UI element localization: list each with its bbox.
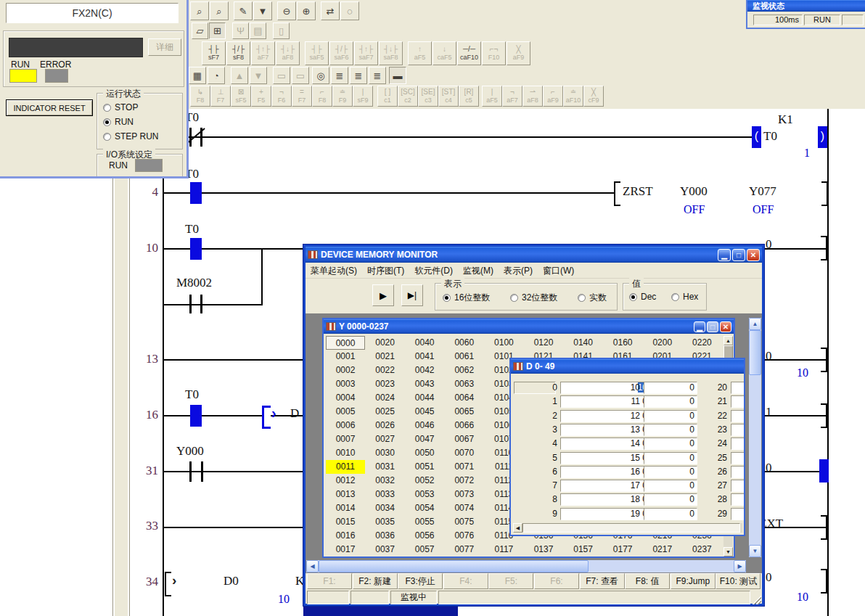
mdi-vscrollbar[interactable]: ▲ ▼ bbox=[749, 318, 761, 557]
y-device-cell[interactable]: 0200 bbox=[643, 336, 682, 350]
scroll-left-icon[interactable]: ◀ bbox=[513, 523, 522, 533]
scroll-up-icon[interactable]: ▲ bbox=[749, 318, 761, 330]
y-device-cell[interactable]: 0043 bbox=[405, 377, 444, 391]
y-device-cell[interactable]: 0052 bbox=[405, 474, 444, 488]
y-device-cell[interactable]: 0026 bbox=[366, 419, 405, 432]
instruction-operand[interactable]: Y077 bbox=[749, 184, 776, 199]
fkey-f2[interactable]: F2: 新建 bbox=[353, 573, 398, 589]
y-device-cell[interactable]: 0060 bbox=[445, 336, 484, 350]
d-value-field[interactable] bbox=[731, 493, 745, 506]
instruction-operand[interactable]: Y000 bbox=[680, 184, 708, 199]
y-device-cell[interactable]: 0050 bbox=[405, 446, 444, 460]
y-device-cell[interactable]: 0024 bbox=[366, 391, 405, 405]
d-value-field[interactable] bbox=[731, 395, 745, 408]
y-device-cell[interactable]: 0003 bbox=[326, 377, 365, 391]
dmm-menu-item-0[interactable]: 菜单起动(S) bbox=[306, 263, 362, 279]
y-device-cell[interactable]: 0037 bbox=[366, 543, 405, 557]
device-find-icon[interactable]: ◎ bbox=[312, 67, 329, 84]
d-value-field[interactable]: 0 bbox=[644, 480, 697, 492]
dmm-menu-item-5[interactable]: 窗口(W) bbox=[538, 263, 579, 279]
y-device-cell[interactable]: 0064 bbox=[445, 391, 484, 405]
y-device-cell[interactable]: 0002 bbox=[326, 364, 365, 377]
y-device-cell[interactable]: 0046 bbox=[405, 419, 444, 432]
y-device-cell[interactable]: 0217 bbox=[643, 543, 682, 557]
y-window-titlebar[interactable]: Y 0000-0237 ▁ □ ✕ bbox=[324, 319, 734, 334]
y-device-cell[interactable]: 0077 bbox=[445, 543, 484, 557]
radio-real[interactable]: 实数 bbox=[578, 292, 607, 304]
program-check-icon[interactable]: ◌ bbox=[340, 1, 359, 20]
y-device-cell[interactable]: 0000 bbox=[326, 336, 365, 350]
y-device-cell[interactable]: 0055 bbox=[405, 515, 444, 529]
coil-open-bracket[interactable]: ( bbox=[752, 126, 761, 148]
y-device-cell[interactable]: 0016 bbox=[326, 529, 365, 543]
y-device-cell[interactable]: 0036 bbox=[366, 529, 405, 543]
y-maximize-button[interactable]: □ bbox=[707, 321, 718, 332]
y-device-cell[interactable]: 0072 bbox=[445, 474, 484, 488]
taskbar-fragment[interactable] bbox=[303, 607, 458, 616]
d-window-hscrollbar[interactable]: ◀ bbox=[513, 523, 742, 533]
scroll-track[interactable] bbox=[522, 523, 740, 533]
zoom-out-icon[interactable]: ⊖ bbox=[277, 1, 296, 20]
scroll-left-icon[interactable]: ◀ bbox=[306, 560, 319, 572]
dmm-menu-item-3[interactable]: 监视(M) bbox=[458, 263, 499, 279]
radio-stop[interactable]: STOP bbox=[103, 102, 138, 112]
y-device-cell[interactable]: 0004 bbox=[326, 391, 365, 405]
radio-dec[interactable]: Dec bbox=[629, 292, 656, 302]
ladder-monitor-icon[interactable]: ▦ bbox=[189, 67, 206, 84]
fkey-f10[interactable]: F10: 测试 bbox=[716, 573, 761, 589]
open-contact[interactable] bbox=[189, 295, 192, 313]
y-device-cell[interactable]: 0005 bbox=[326, 405, 365, 419]
coil-close-bracket[interactable]: ) bbox=[818, 126, 827, 148]
radio-32bit[interactable]: 32位整数 bbox=[510, 292, 557, 304]
scroll-right-icon[interactable]: ▶ bbox=[734, 560, 746, 572]
y-device-cell[interactable]: 0065 bbox=[445, 405, 484, 419]
d-value-field[interactable]: 0 bbox=[644, 493, 697, 506]
y-device-cell[interactable]: 0140 bbox=[564, 336, 603, 350]
y-device-cell[interactable]: 0015 bbox=[326, 515, 365, 529]
y-device-cell[interactable]: 0120 bbox=[524, 336, 563, 350]
y-device-cell[interactable]: 0023 bbox=[366, 377, 405, 391]
open-contact-button[interactable]: ┤├sF7 bbox=[202, 41, 226, 65]
monitor-test-icon[interactable]: ▼ bbox=[253, 1, 272, 20]
y-device-cell[interactable]: 0010 bbox=[326, 446, 365, 460]
y-device-cell[interactable]: 0012 bbox=[326, 474, 365, 488]
resize-grip[interactable] bbox=[752, 595, 761, 604]
d-value-field[interactable] bbox=[731, 508, 745, 520]
y-device-cell[interactable]: 0071 bbox=[445, 460, 484, 474]
d-value-field[interactable]: 0 bbox=[644, 508, 697, 520]
radio-hex[interactable]: Hex bbox=[671, 292, 698, 302]
minimize-button[interactable]: ▁ bbox=[718, 249, 731, 261]
y-device-cell[interactable]: 0062 bbox=[445, 364, 484, 377]
y-device-cell[interactable]: 0137 bbox=[524, 543, 563, 557]
energized-contact[interactable] bbox=[190, 405, 202, 427]
y-device-cell[interactable]: 0075 bbox=[445, 515, 484, 529]
radio-16bit[interactable]: 16位整数 bbox=[443, 292, 490, 304]
mdi-hscrollbar[interactable]: ◀ ▶ bbox=[306, 560, 746, 572]
d-value-field[interactable] bbox=[731, 480, 745, 492]
y-device-cell[interactable]: 0237 bbox=[682, 543, 721, 557]
y-device-cell[interactable]: 0001 bbox=[326, 350, 365, 364]
d-value-field[interactable]: 0 bbox=[644, 424, 697, 436]
d-value-field[interactable]: 0 bbox=[644, 410, 697, 422]
y-device-cell[interactable]: 0014 bbox=[326, 501, 365, 515]
instruction-name[interactable]: ZRST bbox=[623, 184, 653, 199]
transfer-setup-icon[interactable]: ⇄ bbox=[321, 1, 340, 20]
scroll-thumb[interactable] bbox=[749, 330, 761, 375]
close-button[interactable]: ✕ bbox=[747, 249, 760, 261]
d-value-field[interactable] bbox=[731, 382, 745, 394]
dmm-menu-item-2[interactable]: 软元件(D) bbox=[409, 263, 458, 279]
y-device-cell[interactable]: 0053 bbox=[405, 488, 444, 501]
device-bars-2-icon[interactable]: ≣ bbox=[350, 67, 367, 84]
d-value-field[interactable]: 0 bbox=[644, 466, 697, 478]
invert-button[interactable]: ─/─caF10 bbox=[457, 41, 481, 65]
maximize-button[interactable]: □ bbox=[732, 249, 745, 261]
y-device-cell[interactable]: 0041 bbox=[405, 350, 444, 364]
scroll-thumb[interactable] bbox=[319, 560, 589, 572]
y-device-cell[interactable]: 0044 bbox=[405, 391, 444, 405]
compare-operand[interactable]: D bbox=[290, 406, 299, 421]
y-device-cell[interactable]: 0076 bbox=[445, 529, 484, 543]
y-device-cell[interactable]: 0020 bbox=[366, 336, 405, 350]
y-device-cell[interactable]: 0220 bbox=[682, 336, 721, 350]
find-device-icon[interactable]: ⌕ bbox=[210, 1, 229, 20]
y-minimize-button[interactable]: ▁ bbox=[694, 321, 705, 332]
